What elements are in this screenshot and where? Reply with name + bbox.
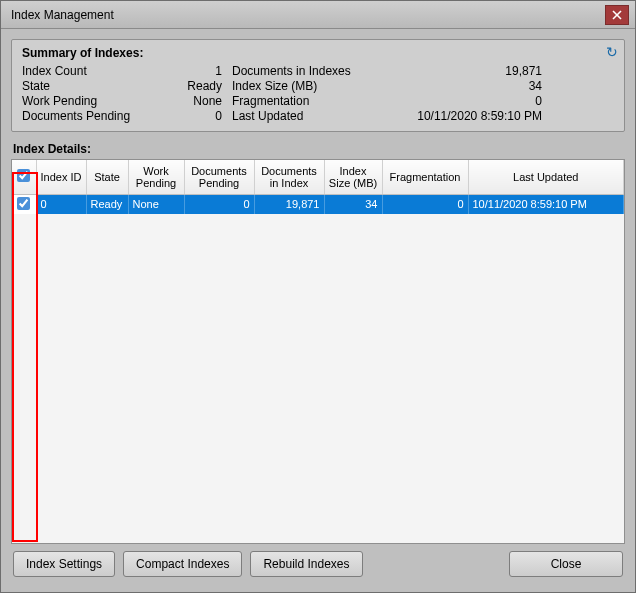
table-row[interactable]: 0 Ready None 0 19,871 34 0 10/11/2020 8:… (12, 194, 624, 214)
cell-docs-pending: 0 (184, 194, 254, 214)
cell-index-size: 34 (324, 194, 382, 214)
header-work-pending[interactable]: Work Pending (128, 160, 184, 194)
label-docs-pending: Documents Pending (22, 109, 152, 123)
summary-heading: Summary of Indexes: (22, 46, 614, 60)
details-grid: Index ID State Work Pending Documents Pe… (12, 160, 624, 214)
label-state: State (22, 79, 152, 93)
details-heading: Index Details: (13, 142, 625, 156)
label-index-size: Index Size (MB) (232, 79, 392, 93)
cell-index-id: 0 (36, 194, 86, 214)
value-index-size: 34 (402, 79, 542, 93)
close-button[interactable]: Close (509, 551, 623, 577)
label-index-count: Index Count (22, 64, 152, 78)
header-state[interactable]: State (86, 160, 128, 194)
header-row: Index ID State Work Pending Documents Pe… (12, 160, 624, 194)
header-last-updated[interactable]: Last Updated (468, 160, 624, 194)
cell-fragmentation: 0 (382, 194, 468, 214)
label-last-updated: Last Updated (232, 109, 392, 123)
label-fragmentation: Fragmentation (232, 94, 392, 108)
cell-work-pending: None (128, 194, 184, 214)
titlebar: Index Management (1, 1, 635, 29)
header-fragmentation[interactable]: Fragmentation (382, 160, 468, 194)
summary-grid: Index Count 1 Documents in Indexes 19,87… (22, 64, 614, 123)
header-checkbox-cell[interactable] (12, 160, 36, 194)
header-index-id[interactable]: Index ID (36, 160, 86, 194)
close-icon[interactable] (605, 5, 629, 25)
value-fragmentation: 0 (402, 94, 542, 108)
cell-last-updated: 10/11/2020 8:59:10 PM (468, 194, 624, 214)
header-index-size[interactable]: Index Size (MB) (324, 160, 382, 194)
summary-panel: Summary of Indexes: ↻ Index Count 1 Docu… (11, 39, 625, 132)
refresh-icon[interactable]: ↻ (606, 44, 618, 60)
compact-indexes-button[interactable]: Compact Indexes (123, 551, 242, 577)
label-work-pending: Work Pending (22, 94, 152, 108)
row-checkbox[interactable] (17, 197, 30, 210)
details-table: Index ID State Work Pending Documents Pe… (11, 159, 625, 544)
row-checkbox-cell[interactable] (12, 194, 36, 214)
value-docs-in-indexes: 19,871 (402, 64, 542, 78)
label-docs-in-indexes: Documents in Indexes (232, 64, 392, 78)
window-body: Summary of Indexes: ↻ Index Count 1 Docu… (1, 29, 635, 592)
window-title: Index Management (11, 8, 605, 22)
cell-state: Ready (86, 194, 128, 214)
value-docs-pending: 0 (162, 109, 222, 123)
value-index-count: 1 (162, 64, 222, 78)
rebuild-indexes-button[interactable]: Rebuild Indexes (250, 551, 362, 577)
value-state: Ready (162, 79, 222, 93)
table-empty-area (12, 214, 624, 544)
window-frame: Index Management Summary of Indexes: ↻ I… (0, 0, 636, 593)
value-work-pending: None (162, 94, 222, 108)
footer: Index Settings Compact Indexes Rebuild I… (11, 544, 625, 584)
header-docs-pending[interactable]: Documents Pending (184, 160, 254, 194)
header-docs-in-index[interactable]: Documents in Index (254, 160, 324, 194)
value-last-updated: 10/11/2020 8:59:10 PM (402, 109, 542, 123)
index-settings-button[interactable]: Index Settings (13, 551, 115, 577)
select-all-checkbox[interactable] (17, 169, 30, 182)
cell-docs-in-index: 19,871 (254, 194, 324, 214)
